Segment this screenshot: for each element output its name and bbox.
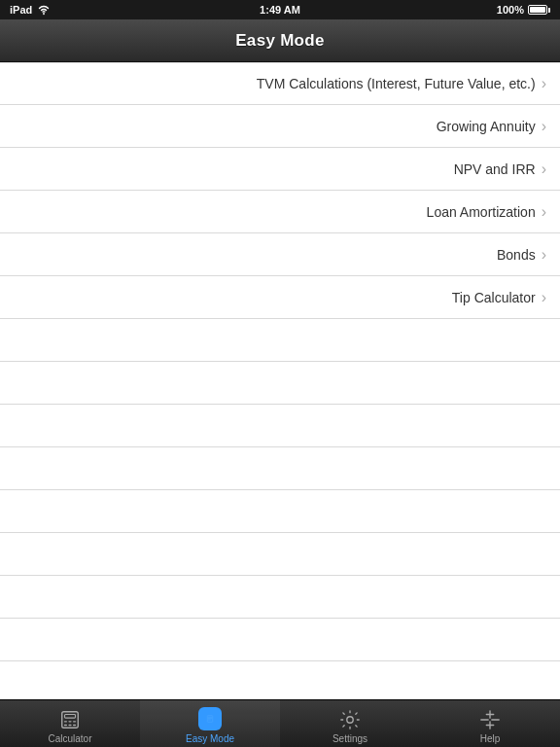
chevron-icon-0: › — [542, 76, 546, 91]
list-item-label-3: Loan Amortization — [16, 204, 542, 220]
svg-rect-9 — [207, 716, 212, 723]
tab-easy-mode[interactable]: Easy Mode — [140, 700, 280, 747]
chevron-icon-2: › — [542, 161, 546, 177]
wifi-icon — [37, 4, 51, 16]
list-item-label-5: Tip Calculator — [16, 290, 542, 305]
empty-row-5 — [0, 533, 560, 576]
list-item-4[interactable]: Bonds › — [0, 233, 560, 276]
status-time: 1:49 AM — [260, 4, 300, 16]
empty-row-6 — [0, 576, 560, 619]
battery-percentage: 100% — [497, 4, 524, 16]
status-left: iPad — [10, 4, 51, 16]
tab-help-label: Help — [480, 733, 501, 744]
empty-row-0 — [0, 319, 560, 362]
svg-rect-2 — [65, 714, 76, 718]
battery-icon — [528, 5, 550, 15]
tab-calculator[interactable]: Calculator — [0, 700, 140, 747]
list-item-3[interactable]: Loan Amortization › — [0, 191, 560, 233]
empty-row-8 — [0, 661, 560, 699]
empty-row-1 — [0, 362, 560, 405]
menu-list: TVM Calculations (Interest, Future Value… — [0, 62, 560, 319]
list-item-label-1: Growing Annuity — [16, 119, 542, 134]
empty-rows — [0, 319, 560, 699]
main-content: TVM Calculations (Interest, Future Value… — [0, 62, 560, 699]
page-title: Easy Mode — [235, 31, 325, 51]
empty-row-7 — [0, 619, 560, 661]
empty-row-4 — [0, 490, 560, 533]
list-item-label-4: Bonds — [16, 247, 542, 263]
list-item-2[interactable]: NPV and IRR › — [0, 148, 560, 191]
list-item-5[interactable]: Tip Calculator › — [0, 276, 560, 319]
tab-settings[interactable]: Settings — [280, 700, 420, 747]
list-item-0[interactable]: TVM Calculations (Interest, Future Value… — [0, 62, 560, 105]
settings-icon — [338, 708, 362, 731]
help-icon — [478, 708, 502, 731]
status-right: 100% — [497, 4, 550, 16]
tab-settings-label: Settings — [332, 733, 368, 744]
tab-bar: Calculator Easy Mode Settings — [0, 699, 560, 747]
tab-calculator-label: Calculator — [48, 733, 91, 744]
empty-row-3 — [0, 447, 560, 490]
tab-easy-mode-label: Easy Mode — [186, 733, 234, 744]
chevron-icon-5: › — [542, 290, 546, 305]
status-bar: iPad 1:49 AM 100% — [0, 0, 560, 19]
chevron-icon-3: › — [542, 204, 546, 220]
carrier-label: iPad — [10, 4, 32, 16]
title-bar: Easy Mode — [0, 19, 560, 62]
list-item-label-2: NPV and IRR — [16, 161, 542, 177]
list-item-label-0: TVM Calculations (Interest, Future Value… — [16, 76, 542, 91]
tab-help[interactable]: Help — [420, 700, 560, 747]
easy-mode-icon — [198, 707, 222, 730]
calculator-icon — [58, 708, 82, 731]
svg-point-13 — [347, 716, 353, 722]
chevron-icon-4: › — [542, 247, 546, 263]
svg-point-0 — [43, 14, 45, 16]
list-item-1[interactable]: Growing Annuity › — [0, 105, 560, 148]
empty-row-2 — [0, 405, 560, 447]
chevron-icon-1: › — [542, 119, 546, 134]
